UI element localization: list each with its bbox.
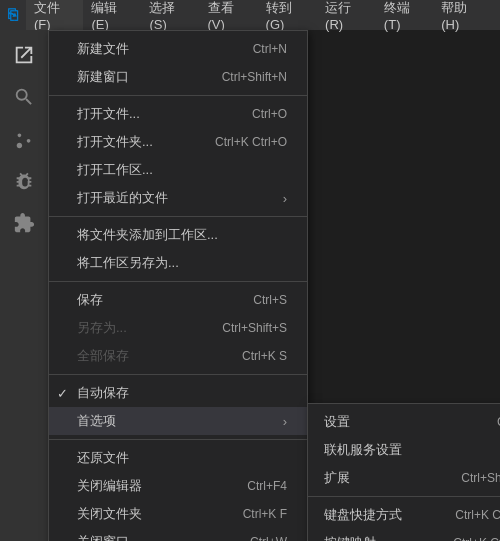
menu-select[interactable]: 选择(S)	[141, 0, 199, 30]
menu-item-save-workspace[interactable]: 将工作区另存为...	[49, 249, 307, 277]
menu-item-open-file[interactable]: 打开文件... Ctrl+O	[49, 100, 307, 128]
menu-item-save-all[interactable]: 全部保存 Ctrl+K S	[49, 342, 307, 370]
vscode-logo: ⎘	[8, 6, 18, 24]
submenu-item-settings[interactable]: 设置 Ctrl+,	[308, 408, 500, 436]
sidebar-icon-extensions[interactable]	[7, 206, 41, 240]
menu-edit[interactable]: 编辑(E)	[83, 0, 141, 30]
menu-item-new-file[interactable]: 新建文件 Ctrl+N	[49, 35, 307, 63]
menu-run[interactable]: 运行(R)	[317, 0, 376, 30]
menu-item-close-window[interactable]: 关闭窗口 Ctrl+W	[49, 528, 307, 541]
submenu-item-keyboard-shortcuts[interactable]: 键盘快捷方式 Ctrl+K Ctrl+S	[308, 501, 500, 529]
submenu-separator-1	[308, 496, 500, 497]
menu-item-preferences[interactable]: 首选项 › 设置 Ctrl+, 联机服务设置 扩展 Ctrl+Shift+X 键…	[49, 407, 307, 435]
menu-item-revert-file[interactable]: 还原文件	[49, 444, 307, 472]
menu-item-auto-save[interactable]: ✓ 自动保存	[49, 379, 307, 407]
submenu-item-keymaps[interactable]: 按键映射 Ctrl+K Ctrl+M	[308, 529, 500, 541]
menu-help[interactable]: 帮助(H)	[433, 0, 492, 30]
menu-item-save[interactable]: 保存 Ctrl+S	[49, 286, 307, 314]
menu-item-close-folder[interactable]: 关闭文件夹 Ctrl+K F	[49, 500, 307, 528]
menu-view[interactable]: 查看(V)	[200, 0, 258, 30]
menu-goto[interactable]: 转到(G)	[258, 0, 317, 30]
sidebar-icon-search[interactable]	[7, 80, 41, 114]
menu-item-open-workspace[interactable]: 打开工作区...	[49, 156, 307, 184]
sidebar-icon-source-control[interactable]	[7, 122, 41, 156]
separator-2	[49, 216, 307, 217]
sidebar	[0, 30, 48, 541]
menu-item-open-recent[interactable]: 打开最近的文件 ›	[49, 184, 307, 212]
submenu-item-online-services[interactable]: 联机服务设置	[308, 436, 500, 464]
separator-1	[49, 95, 307, 96]
menu-item-close-editor[interactable]: 关闭编辑器 Ctrl+F4	[49, 472, 307, 500]
menu-item-new-window[interactable]: 新建窗口 Ctrl+Shift+N	[49, 63, 307, 91]
separator-4	[49, 374, 307, 375]
menu-item-open-folder[interactable]: 打开文件夹... Ctrl+K Ctrl+O	[49, 128, 307, 156]
menu-bar: ⎘ 文件(F) 编辑(E) 选择(S) 查看(V) 转到(G) 运行(R) 终端…	[0, 0, 500, 30]
separator-3	[49, 281, 307, 282]
submenu-item-extensions[interactable]: 扩展 Ctrl+Shift+X	[308, 464, 500, 492]
sidebar-icon-explorer[interactable]	[7, 38, 41, 72]
menu-terminal[interactable]: 终端(T)	[376, 0, 433, 30]
menu-file[interactable]: 文件(F)	[26, 0, 83, 30]
file-dropdown: 新建文件 Ctrl+N 新建窗口 Ctrl+Shift+N 打开文件... Ct…	[48, 30, 308, 541]
menu-item-save-as[interactable]: 另存为... Ctrl+Shift+S	[49, 314, 307, 342]
menu-item-add-folder[interactable]: 将文件夹添加到工作区...	[49, 221, 307, 249]
menu-bar-items: 文件(F) 编辑(E) 选择(S) 查看(V) 转到(G) 运行(R) 终端(T…	[26, 0, 492, 30]
separator-5	[49, 439, 307, 440]
preferences-submenu: 设置 Ctrl+, 联机服务设置 扩展 Ctrl+Shift+X 键盘快捷方式 …	[307, 403, 500, 541]
sidebar-icon-debug[interactable]	[7, 164, 41, 198]
